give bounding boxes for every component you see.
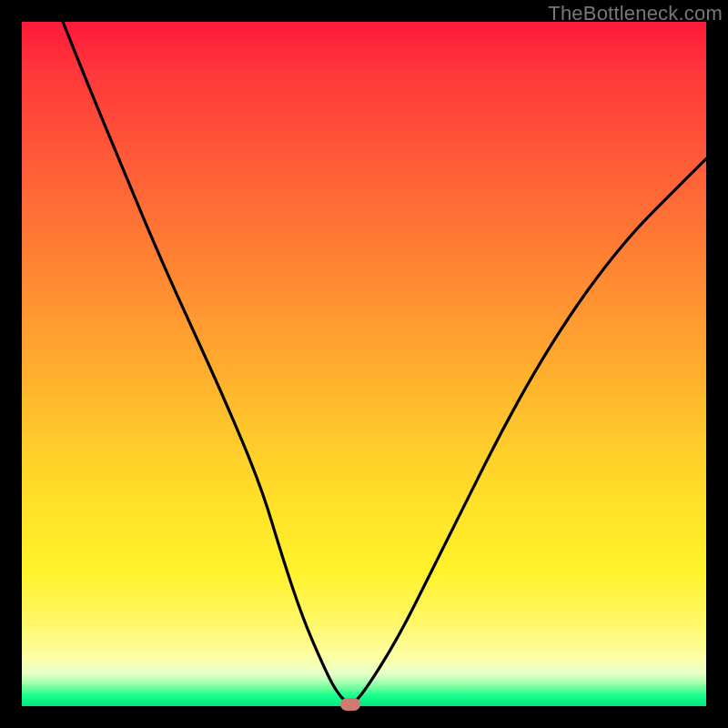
plot-area (22, 22, 706, 706)
optimum-marker (340, 698, 360, 711)
chart-frame: TheBottleneck.com (0, 0, 728, 728)
bottleneck-curve (22, 22, 706, 706)
